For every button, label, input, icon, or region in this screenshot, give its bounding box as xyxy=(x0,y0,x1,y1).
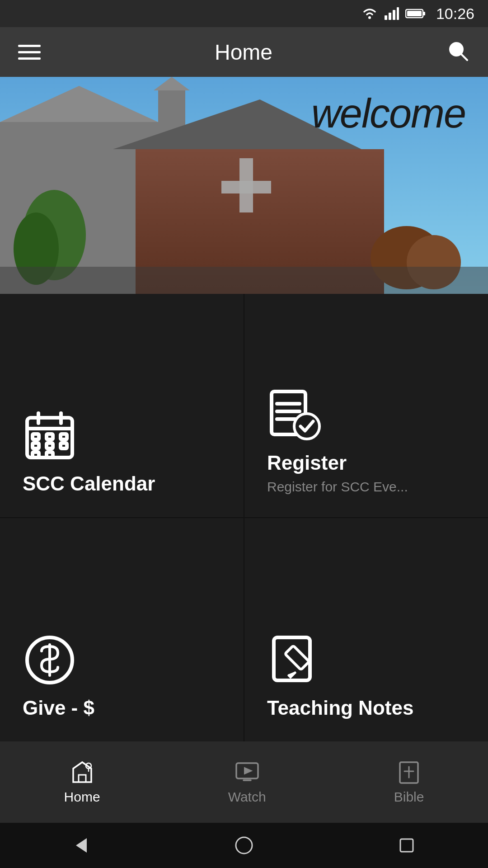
bottom-nav-watch-label: Watch xyxy=(228,789,266,805)
menu-label-calendar: SCC Calendar xyxy=(23,473,155,495)
svg-marker-51 xyxy=(244,768,252,774)
calendar-icon xyxy=(23,409,77,463)
welcome-text: welcome xyxy=(311,90,465,137)
battery-icon xyxy=(405,8,426,19)
wifi-icon xyxy=(361,7,378,20)
svg-rect-57 xyxy=(400,839,413,852)
main-content: welcome xyxy=(0,77,488,868)
back-button[interactable] xyxy=(66,830,97,861)
menu-label-give: Give - $ xyxy=(23,697,94,719)
svg-rect-28 xyxy=(33,434,39,439)
svg-point-56 xyxy=(236,837,252,854)
svg-marker-55 xyxy=(76,838,87,853)
recents-button[interactable] xyxy=(391,830,422,861)
svg-rect-23 xyxy=(0,267,488,294)
menu-item-calendar[interactable]: SCC Calendar xyxy=(0,294,244,517)
svg-rect-43 xyxy=(285,646,310,670)
svg-point-0 xyxy=(368,16,371,19)
svg-rect-33 xyxy=(61,443,67,448)
svg-rect-31 xyxy=(33,443,39,448)
svg-rect-29 xyxy=(47,434,53,439)
signal-icon xyxy=(385,7,399,20)
svg-rect-6 xyxy=(423,12,425,15)
bottom-nav-bible-label: Bible xyxy=(394,789,424,805)
menu-sublabel-register: Register for SCC Eve... xyxy=(267,479,408,495)
svg-rect-7 xyxy=(407,11,422,16)
menu-item-register[interactable]: Register Register for SCC Eve... xyxy=(244,294,488,517)
svg-rect-2 xyxy=(389,13,391,20)
watch-icon xyxy=(235,760,260,785)
bottom-nav-home-label: Home xyxy=(64,789,100,805)
svg-rect-1 xyxy=(385,15,387,20)
home-button[interactable] xyxy=(228,830,260,861)
notes-icon xyxy=(267,633,321,687)
svg-line-9 xyxy=(461,54,467,60)
bible-icon xyxy=(396,760,422,785)
svg-rect-18 xyxy=(221,181,271,193)
dollar-icon xyxy=(23,633,77,687)
status-icons: 10:26 xyxy=(361,5,474,23)
home-icon xyxy=(70,760,95,785)
register-icon xyxy=(267,388,321,442)
bottom-nav-home[interactable]: Home xyxy=(46,755,118,809)
nav-bar: Home xyxy=(0,27,488,77)
menu-item-give[interactable]: Give - $ xyxy=(0,518,244,741)
menu-label-register: Register xyxy=(267,452,347,474)
svg-rect-4 xyxy=(397,7,399,20)
bottom-nav-bible[interactable]: Bible xyxy=(376,755,442,809)
svg-rect-32 xyxy=(47,443,53,448)
bottom-nav-watch[interactable]: Watch xyxy=(210,755,284,809)
menu-grid: SCC Calendar Register Register for SCC E… xyxy=(0,294,488,741)
svg-rect-3 xyxy=(393,10,395,20)
status-time: 10:26 xyxy=(436,5,474,23)
hero-section: welcome xyxy=(0,77,488,294)
hamburger-icon[interactable] xyxy=(18,45,41,60)
svg-rect-34 xyxy=(33,452,39,458)
search-icon[interactable] xyxy=(446,39,470,65)
menu-item-teaching-notes[interactable]: Teaching Notes xyxy=(244,518,488,741)
bottom-nav: Home Watch Bible xyxy=(0,741,488,823)
page-title: Home xyxy=(215,40,272,65)
svg-rect-30 xyxy=(61,434,67,439)
svg-rect-35 xyxy=(47,452,53,458)
status-bar: 10:26 xyxy=(0,0,488,27)
system-nav xyxy=(0,823,488,868)
menu-label-teaching-notes: Teaching Notes xyxy=(267,697,413,719)
